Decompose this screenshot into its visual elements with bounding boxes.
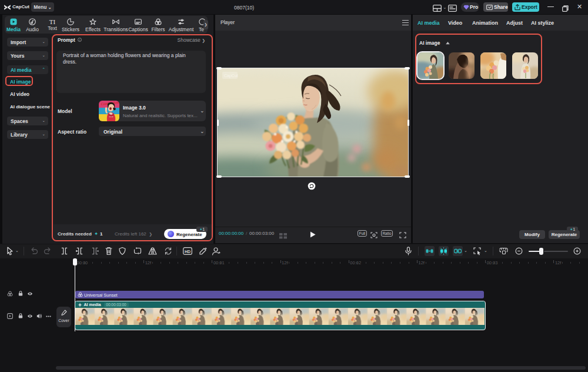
svg-text:CapCut: CapCut [224,74,238,78]
svg-text:HD: HD [185,250,191,254]
